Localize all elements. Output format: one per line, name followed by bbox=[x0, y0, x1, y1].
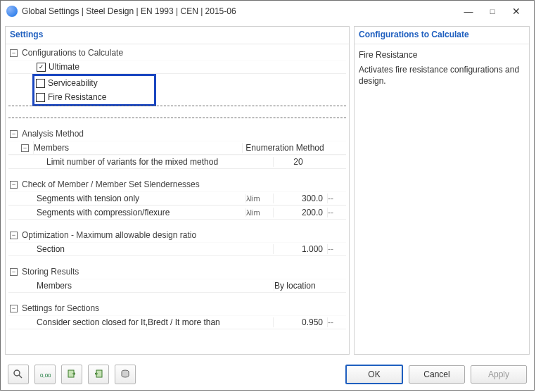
collapse-icon[interactable]: − bbox=[10, 232, 18, 239]
group-label: Configurations to Calculate bbox=[22, 48, 123, 58]
row-label: Members bbox=[34, 143, 69, 153]
group-analysis-method[interactable]: − Analysis Method bbox=[8, 127, 346, 141]
row-value[interactable]: 300.0 bbox=[273, 194, 327, 203]
minimize-button[interactable]: — bbox=[457, 3, 480, 20]
row-label: Segments with tension only bbox=[37, 194, 139, 203]
row-value[interactable]: By location bbox=[274, 281, 346, 291]
row-label: Limit number of variants for the mixed m… bbox=[46, 157, 218, 167]
collapse-icon[interactable]: − bbox=[21, 144, 29, 152]
row-unit: -- bbox=[327, 317, 346, 327]
config-item-fire[interactable]: Fire Resistance bbox=[36, 90, 153, 104]
optimization-section-row[interactable]: Section 1.000 -- bbox=[8, 242, 346, 256]
group-label: Storing Results bbox=[22, 267, 79, 277]
help-panel: Configurations to Calculate Fire Resista… bbox=[354, 26, 530, 355]
group-label: Analysis Method bbox=[22, 129, 84, 139]
group-configurations[interactable]: − Configurations to Calculate bbox=[8, 46, 346, 60]
help-description: Activates fire resistance configurations… bbox=[355, 64, 529, 87]
magnifier-icon bbox=[13, 369, 24, 380]
group-sections[interactable]: − Settings for Sections bbox=[8, 301, 346, 315]
checkbox-ultimate[interactable] bbox=[37, 63, 46, 72]
app-icon bbox=[6, 6, 18, 17]
group-storing[interactable]: − Storing Results bbox=[8, 265, 346, 279]
units-button[interactable]: 0,00 bbox=[34, 365, 56, 384]
row-value[interactable]: 1.000 bbox=[273, 244, 327, 254]
row-label: Members bbox=[37, 281, 72, 291]
collapse-icon[interactable]: − bbox=[10, 181, 18, 189]
sheet-out-icon bbox=[93, 369, 104, 380]
help-button[interactable] bbox=[8, 365, 29, 384]
checkbox-label: Fire Resistance bbox=[48, 92, 106, 102]
collapse-icon[interactable]: − bbox=[10, 268, 18, 276]
global-settings-dialog: Global Settings | Steel Design | EN 1993… bbox=[0, 0, 535, 391]
row-label: Consider section closed for It,Bredt / I… bbox=[37, 317, 220, 327]
decimal-icon: 0,00 bbox=[39, 369, 51, 380]
sheet-in-icon bbox=[66, 369, 77, 380]
svg-line-1 bbox=[19, 375, 22, 378]
collapse-icon[interactable]: − bbox=[10, 305, 18, 312]
row-label: Section bbox=[37, 244, 65, 254]
svg-point-0 bbox=[14, 370, 20, 376]
checkbox-label: Ultimate bbox=[49, 62, 79, 72]
collapse-icon[interactable]: − bbox=[10, 49, 18, 57]
collapse-icon[interactable]: − bbox=[10, 130, 18, 138]
analysis-members-row[interactable]: − Members Enumeration Method bbox=[8, 141, 346, 155]
sections-closed-row[interactable]: Consider section closed for It,Bredt / I… bbox=[8, 315, 346, 329]
enum-header: Enumeration Method bbox=[242, 143, 327, 153]
config-item-serviceability[interactable]: Serviceability bbox=[36, 76, 153, 90]
close-button[interactable]: ✕ bbox=[504, 3, 528, 20]
slenderness-tension-row[interactable]: Segments with tension only λlim 300.0 -- bbox=[8, 191, 346, 206]
checkbox-serviceability[interactable] bbox=[36, 79, 45, 88]
maximize-button[interactable]: □ bbox=[480, 3, 504, 20]
row-unit: -- bbox=[327, 194, 346, 203]
help-subhead: Fire Resistance bbox=[355, 44, 529, 64]
settings-panel-title: Settings bbox=[6, 27, 349, 44]
row-label: Segments with compression/flexure bbox=[37, 208, 170, 217]
highlight-serviceability-fire: Serviceability Fire Resistance bbox=[32, 74, 156, 106]
export-button[interactable] bbox=[88, 365, 109, 384]
row-unit: -- bbox=[327, 244, 346, 254]
analysis-mixed-row[interactable]: Limit number of variants for the mixed m… bbox=[8, 155, 346, 169]
help-panel-title: Configurations to Calculate bbox=[355, 27, 529, 44]
import-button[interactable] bbox=[61, 365, 82, 384]
checkbox-label: Serviceability bbox=[48, 78, 98, 88]
group-optimization[interactable]: − Optimization - Maximum allowable desig… bbox=[8, 228, 346, 242]
dialog-footer: 0,00 OK Cancel Apply bbox=[1, 359, 534, 390]
group-label: Check of Member / Member Set Slenderness… bbox=[22, 179, 200, 189]
row-param: λlim bbox=[245, 194, 273, 203]
group-slenderness[interactable]: − Check of Member / Member Set Slenderne… bbox=[8, 177, 346, 191]
settings-panel: Settings − Configurations to Calculate U… bbox=[5, 26, 350, 355]
window-title: Global Settings | Steel Design | EN 1993… bbox=[22, 6, 457, 16]
row-value[interactable]: 0.950 bbox=[273, 317, 327, 327]
row-value[interactable]: 20 bbox=[273, 157, 327, 167]
row-unit: -- bbox=[327, 208, 346, 217]
ok-button[interactable]: OK bbox=[345, 365, 403, 384]
reset-button[interactable] bbox=[115, 365, 136, 384]
row-param: λlim bbox=[245, 208, 273, 217]
database-icon bbox=[120, 369, 131, 380]
cancel-button[interactable]: Cancel bbox=[409, 365, 465, 384]
checkbox-fire[interactable] bbox=[36, 93, 45, 102]
config-item-ultimate[interactable]: Ultimate bbox=[8, 60, 346, 74]
row-value[interactable]: 200.0 bbox=[273, 208, 327, 217]
svg-text:0,00: 0,00 bbox=[40, 372, 51, 379]
storing-members-row[interactable]: Members By location bbox=[8, 279, 346, 293]
slenderness-flexure-row[interactable]: Segments with compression/flexure λlim 2… bbox=[8, 206, 346, 220]
selected-row-placeholder bbox=[8, 106, 346, 118]
titlebar: Global Settings | Steel Design | EN 1993… bbox=[1, 1, 534, 22]
group-label: Settings for Sections bbox=[22, 303, 99, 313]
apply-button[interactable]: Apply bbox=[471, 365, 527, 384]
group-label: Optimization - Maximum allowable design … bbox=[22, 230, 196, 240]
